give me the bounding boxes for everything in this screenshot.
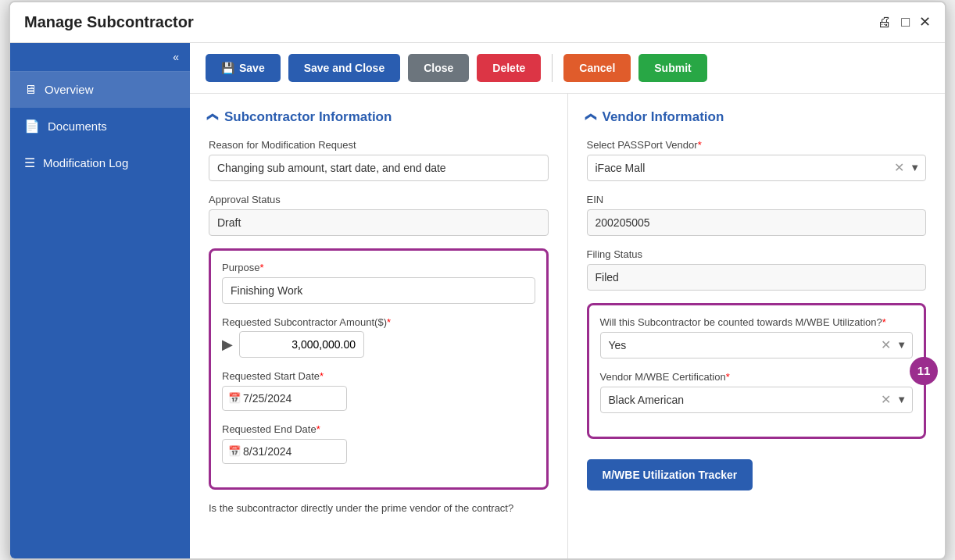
passport-required-star: *: [698, 139, 702, 151]
passport-dropdown-arrow-icon[interactable]: ▼: [910, 162, 920, 173]
sub-amount-required-star: *: [387, 316, 391, 328]
start-date-label: Requested Start Date*: [222, 370, 535, 382]
print-icon[interactable]: 🖨: [878, 14, 892, 30]
save-label: Save: [239, 62, 265, 74]
sidebar-item-modification-log-label: Modification Log: [43, 156, 128, 169]
end-date-calendar-icon: 📅: [228, 445, 241, 457]
overview-icon: 🖥: [24, 83, 37, 97]
vendor-mwbe-required-star: *: [726, 371, 730, 383]
close-window-icon[interactable]: ✕: [919, 13, 931, 30]
passport-vendor-label: Select PASSPort Vendor*: [587, 139, 927, 151]
toolbar: 💾 Save Save and Close Close Delete Cance…: [190, 43, 945, 94]
reason-input[interactable]: [209, 155, 549, 181]
start-date-input[interactable]: [222, 386, 347, 411]
vendor-mwbe-cert-select-wrapper: ✕ ▼: [600, 387, 914, 413]
vendor-mwbe-cert-label: Vendor M/WBE Certification*: [600, 371, 914, 383]
passport-vendor-input[interactable]: [587, 155, 927, 181]
maximize-icon[interactable]: □: [901, 14, 910, 30]
start-date-field-group: Requested Start Date* 📅: [222, 370, 535, 411]
ein-label: EIN: [587, 194, 927, 205]
modification-log-icon: ☰: [24, 155, 35, 170]
passport-clear-icon[interactable]: ✕: [894, 160, 904, 175]
reason-label: Reason for Modification Request: [209, 139, 549, 151]
filing-status-label: Filing Status: [587, 248, 927, 260]
submit-button[interactable]: Submit: [638, 54, 706, 82]
badge-11: 11: [910, 357, 938, 385]
vendor-section-title: Vendor Information: [603, 109, 724, 125]
passport-vendor-field-group: Select PASSPort Vendor* ✕ ▼: [587, 139, 927, 181]
purpose-input[interactable]: [222, 277, 535, 304]
end-date-required-star: *: [317, 423, 320, 435]
vendor-mwbe-cert-field-group: Vendor M/WBE Certification* ✕ ▼: [600, 371, 914, 413]
window-title: Manage Subcontractor: [24, 13, 194, 31]
filing-status-field-group: Filing Status: [587, 248, 927, 291]
sub-amount-row: ▶: [222, 331, 535, 358]
end-date-label: Requested End Date*: [222, 423, 535, 435]
bottom-text: Is the subcontractor directly under the …: [209, 502, 549, 514]
sidebar-collapse-button[interactable]: «: [173, 51, 179, 63]
main-layout: « 🖥 Overview 📄 Documents ☰ Modification …: [10, 43, 945, 558]
sidebar-item-modification-log[interactable]: ☰ Modification Log: [10, 144, 190, 181]
purpose-amount-dates-highlight: Purpose* Requested Subcontractor Amount(…: [209, 248, 549, 490]
subcontractor-section-header: ❮ Subcontractor Information: [209, 109, 549, 125]
cancel-button[interactable]: Cancel: [563, 54, 631, 82]
filing-status-input[interactable]: [587, 264, 927, 291]
save-button[interactable]: 💾 Save: [206, 54, 281, 82]
toolbar-separator: [552, 54, 553, 82]
reason-field-group: Reason for Modification Request: [209, 139, 549, 181]
sidebar-item-documents-label: Documents: [48, 119, 107, 133]
ein-input[interactable]: [587, 209, 927, 236]
delete-label: Delete: [492, 62, 525, 74]
sidebar-collapse-bar: «: [10, 43, 190, 72]
approval-label: Approval Status: [209, 194, 549, 205]
end-date-wrapper: 📅: [222, 439, 535, 464]
sidebar-item-overview[interactable]: 🖥 Overview: [10, 72, 190, 108]
sub-amount-field-group: Requested Subcontractor Amount($)* ▶: [222, 316, 535, 358]
subcontractor-info-column: ❮ Subcontractor Information Reason for M…: [190, 94, 568, 558]
window-controls: 🖨 □ ✕: [878, 13, 931, 30]
purpose-field-group: Purpose*: [222, 262, 535, 304]
vendor-mwbe-dropdown-arrow-icon[interactable]: ▼: [896, 394, 907, 405]
delete-button[interactable]: Delete: [477, 54, 541, 82]
end-date-input[interactable]: [222, 439, 347, 464]
subcontractor-section-title: Subcontractor Information: [224, 109, 392, 125]
vendor-chevron-icon[interactable]: ❮: [585, 112, 598, 122]
passport-vendor-select-wrapper: ✕ ▼: [587, 155, 927, 181]
mwbe-yes-dropdown-arrow-icon[interactable]: ▼: [896, 339, 907, 351]
purpose-required-star: *: [259, 262, 263, 273]
subcontractor-chevron-icon[interactable]: ❮: [207, 112, 220, 122]
mwbe-yes-input[interactable]: [600, 332, 914, 358]
vendor-mwbe-cert-input[interactable]: [600, 387, 914, 413]
mwbe-question-field-group: Will this Subcontractor be counted towar…: [600, 316, 914, 358]
save-close-button[interactable]: Save and Close: [288, 54, 401, 82]
form-area: ❮ Subcontractor Information Reason for M…: [190, 94, 945, 558]
mwbe-question-label: Will this Subcontractor be counted towar…: [600, 316, 914, 328]
start-date-required-star: *: [320, 370, 324, 382]
cursor-arrow-icon: ▶: [222, 336, 233, 353]
documents-icon: 📄: [24, 119, 40, 134]
vendor-mwbe-clear-icon[interactable]: ✕: [881, 392, 891, 407]
sub-amount-input[interactable]: [239, 331, 364, 358]
mwbe-highlight: Will this Subcontractor be counted towar…: [587, 303, 927, 439]
sub-amount-label: Requested Subcontractor Amount($)*: [222, 316, 535, 328]
sidebar-item-documents[interactable]: 📄 Documents: [10, 108, 190, 144]
start-date-wrapper: 📅: [222, 386, 535, 411]
approval-field-group: Approval Status: [209, 194, 549, 236]
main-window: Manage Subcontractor 🖨 □ ✕ « 🖥 Overview …: [9, 1, 946, 560]
mwbe-tracker-button[interactable]: M/WBE Utilization Tracker: [587, 459, 753, 490]
purpose-label: Purpose*: [222, 262, 535, 273]
approval-input[interactable]: [209, 209, 549, 236]
mwbe-yes-clear-icon[interactable]: ✕: [881, 337, 891, 352]
close-label: Close: [424, 62, 453, 74]
cancel-label: Cancel: [579, 62, 615, 74]
save-close-label: Save and Close: [304, 62, 385, 74]
save-icon: 💾: [221, 62, 234, 74]
vendor-section-header: ❮ Vendor Information: [587, 109, 927, 125]
close-button[interactable]: Close: [408, 54, 469, 82]
vendor-info-column: ❮ Vendor Information Select PASSPort Ven…: [568, 94, 946, 558]
start-date-calendar-icon: 📅: [228, 392, 241, 404]
end-date-field-group: Requested End Date* 📅: [222, 423, 535, 464]
content-area: 💾 Save Save and Close Close Delete Cance…: [190, 43, 945, 558]
mwbe-tracker-label: M/WBE Utilization Tracker: [603, 469, 738, 481]
mwbe-yes-select-wrapper: ✕ ▼: [600, 332, 914, 358]
